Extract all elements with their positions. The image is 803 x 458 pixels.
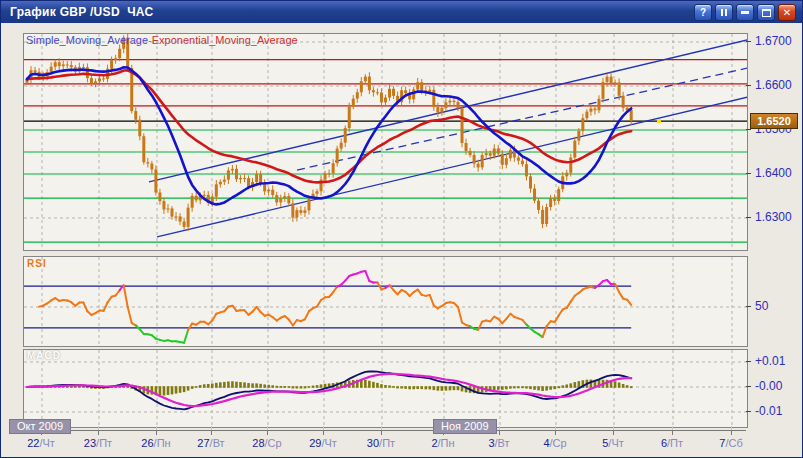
x-axis-label: 4/Ср [543, 437, 566, 449]
x-axis-label: 7/Сб [719, 437, 742, 449]
x-axis-label: 27/Вт [197, 437, 224, 449]
x-axis-tick-stub [381, 426, 382, 430]
y-axis-tick [746, 361, 751, 362]
rsi-canvas[interactable] [24, 257, 747, 346]
x-axis-tick [323, 431, 324, 435]
month-tag: Окт 2009 [9, 419, 71, 434]
legend: Simple_Moving_Average-Exponential_Moving… [26, 34, 298, 46]
time-axis-baseline [23, 430, 746, 431]
y-axis-label: 1.6600 [755, 78, 792, 92]
rsi-panel[interactable] [23, 256, 748, 347]
macd-panel[interactable] [23, 349, 748, 428]
close-button[interactable]: ✕ [778, 4, 796, 21]
x-axis-tick [672, 431, 673, 435]
minimize-icon [741, 11, 749, 14]
legend-sma-label: Simple_Moving_Average [26, 34, 148, 46]
x-axis-tick-stub [98, 426, 99, 430]
title-bar[interactable]: График GBP /USD ЧАС ? ✕ [1, 1, 802, 23]
x-axis-tick-stub [555, 426, 556, 430]
y-axis-tick [746, 306, 751, 307]
y-axis-label: 50 [755, 299, 768, 313]
y-axis-tick [746, 173, 751, 174]
x-axis-tick-stub [499, 426, 500, 430]
x-axis-label: 30/Пт [367, 437, 395, 449]
x-axis-label: 3/Вт [488, 437, 509, 449]
pin-button[interactable] [715, 4, 733, 21]
maximize-icon [762, 9, 771, 17]
x-axis-label: 28/Ср [252, 437, 281, 449]
x-axis-label: 26/Пн [141, 437, 170, 449]
y-axis-label: +0.01 [755, 354, 785, 368]
y-axis-label: -0.01 [755, 404, 782, 418]
legend-ema-label: Exponential_Moving_Average [152, 34, 298, 46]
help-button[interactable]: ? [694, 4, 712, 21]
x-axis-tick [499, 431, 500, 435]
window-controls: ? ✕ [694, 4, 796, 21]
x-axis-tick [381, 431, 382, 435]
y-axis-tick [746, 41, 751, 42]
x-axis-tick [555, 431, 556, 435]
main-chart-panel[interactable] [23, 33, 748, 251]
x-axis-label: 29/Чт [309, 437, 337, 449]
y-axis-label: 1.6300 [755, 210, 792, 224]
x-axis-tick-stub [211, 426, 212, 430]
rsi-panel-label: RSI [27, 258, 47, 269]
x-axis-tick-stub [267, 426, 268, 430]
x-axis-tick [731, 431, 732, 435]
maximize-button[interactable] [757, 4, 775, 21]
x-axis-tick-stub [156, 426, 157, 430]
window-title: График GBP /USD ЧАС [1, 5, 154, 19]
month-tag: Ноя 2009 [433, 419, 497, 434]
x-axis-tick-stub [323, 426, 324, 430]
x-axis-tick-stub [731, 426, 732, 430]
x-axis-tick [267, 431, 268, 435]
macd-panel-label: MACD [27, 350, 61, 361]
y-axis-label: 1.6700 [755, 34, 792, 48]
minimize-button[interactable] [736, 4, 754, 21]
y-axis-label: 1.6400 [755, 166, 792, 180]
x-axis-tick [211, 431, 212, 435]
close-icon: ✕ [783, 7, 791, 18]
y-axis-label: -0.00 [755, 379, 782, 393]
y-axis-tick [746, 411, 751, 412]
current-price-tag: 1.6520 [750, 113, 798, 129]
x-axis-tick [613, 431, 614, 435]
y-axis-tick [746, 85, 751, 86]
pause-icon [721, 9, 727, 16]
x-axis-tick [156, 431, 157, 435]
macd-canvas[interactable] [24, 350, 747, 427]
x-axis-tick [98, 431, 99, 435]
question-icon: ? [700, 7, 706, 18]
chart-window: График GBP /USD ЧАС ? ✕ Simple_Moving_Av… [0, 0, 803, 458]
x-axis-label: 23/Пт [84, 437, 112, 449]
y-axis-tick [746, 217, 751, 218]
main-chart-canvas[interactable] [24, 34, 747, 250]
x-axis-label: 22/Чт [27, 437, 55, 449]
x-axis-label: 2/Пн [431, 437, 454, 449]
x-axis-label: 5/Чт [602, 437, 624, 449]
y-axis-tick [746, 386, 751, 387]
x-axis-tick-stub [672, 426, 673, 430]
x-axis-label: 6/Пт [661, 437, 683, 449]
x-axis-tick-stub [613, 426, 614, 430]
